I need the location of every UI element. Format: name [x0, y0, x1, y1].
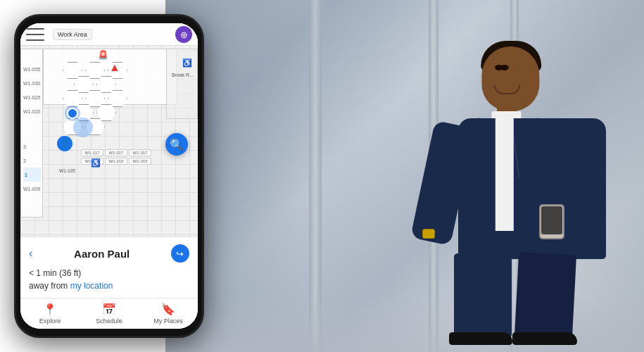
row-labels: W1-035 W1-030 W1-025 W1-020 3 2 1 W1-005 — [23, 62, 41, 196]
phone-mockup: Work Area ⊕ Break R... W1-035 W1-030 W1-… — [14, 14, 204, 338]
scene: Work Area ⊕ Break R... W1-035 W1-030 W1-… — [0, 0, 644, 352]
gps-icon[interactable]: ⊕ — [175, 26, 192, 43]
myplaces-icon: 🔖 — [161, 303, 175, 316]
desk-w1105: W1-105 — [59, 168, 75, 173]
menu-button[interactable] — [26, 28, 44, 41]
row-label-2: 2 — [23, 153, 41, 168]
location-link[interactable]: my location — [70, 281, 113, 291]
desk-w1217: W1-217 — [105, 149, 127, 156]
row-label-w1020: W1-020 — [23, 104, 41, 118]
desk-w1315: W1-315 — [129, 158, 151, 165]
search-fab-button[interactable]: 🔍 — [165, 133, 188, 156]
row-label-w1030: W1-030 — [23, 76, 41, 90]
schedule-label: Schedule — [96, 318, 122, 325]
desk-w1317: W1-317 — [129, 149, 151, 156]
bottom-nav: 📍 Explore 📅 Schedule 🔖 My Places — [20, 298, 198, 329]
nav-myplaces[interactable]: 🔖 My Places — [139, 303, 198, 325]
desk-row-2: W1-115 W1-215 W1-315 — [42, 158, 191, 165]
explore-icon: 📍 — [43, 303, 57, 316]
schedule-icon: 📅 — [102, 303, 116, 316]
explore-label: Explore — [39, 318, 61, 325]
map-area[interactable]: Work Area ⊕ Break R... W1-035 W1-030 W1-… — [20, 23, 198, 237]
distance-value: < 1 min (36 ft) — [29, 268, 81, 278]
row-label-3: 3 — [23, 139, 41, 153]
info-panel: ‹ Aaron Paul ↪ < 1 min (36 ft) away from… — [20, 237, 198, 298]
row-label-1: 1 — [23, 168, 41, 182]
row-label-w1035: W1-035 — [23, 62, 41, 76]
away-text: away from — [29, 281, 68, 291]
desk-w1215: W1-215 — [105, 158, 127, 165]
background-photo — [165, 0, 644, 352]
myplaces-label: My Places — [153, 318, 183, 325]
row-label-w1025: W1-025 — [23, 90, 41, 104]
location-marker-1 — [67, 108, 78, 119]
nav-schedule[interactable]: 📅 Schedule — [80, 303, 139, 325]
wheelchair-icon: ♿ — [91, 158, 101, 168]
desk-w1117: W1-117 — [81, 149, 103, 156]
break-room-label: Break R... — [172, 73, 194, 77]
row-label-w1005: W1-005 — [23, 182, 41, 196]
phone-screen: Work Area ⊕ Break R... W1-035 W1-030 W1-… — [20, 23, 198, 329]
alert-icon: 🚨 — [98, 50, 108, 60]
location-pulse — [73, 118, 93, 137]
row-label-spacer — [23, 118, 41, 139]
info-header: ‹ Aaron Paul ↪ — [29, 244, 189, 263]
distance-text: < 1 min (36 ft) away from my location — [29, 267, 189, 292]
nav-explore[interactable]: 📍 Explore — [20, 303, 80, 325]
work-area-label: Work Area — [53, 29, 92, 40]
person-figure — [391, 21, 616, 338]
navigate-button[interactable]: ↪ — [171, 244, 189, 263]
nav-arrow: ▲ — [109, 61, 120, 74]
restroom-icon: ♿ — [182, 58, 192, 68]
map-header: Work Area ⊕ — [20, 23, 198, 46]
person-name: Aaron Paul — [74, 248, 130, 260]
back-button[interactable]: ‹ — [29, 247, 32, 260]
